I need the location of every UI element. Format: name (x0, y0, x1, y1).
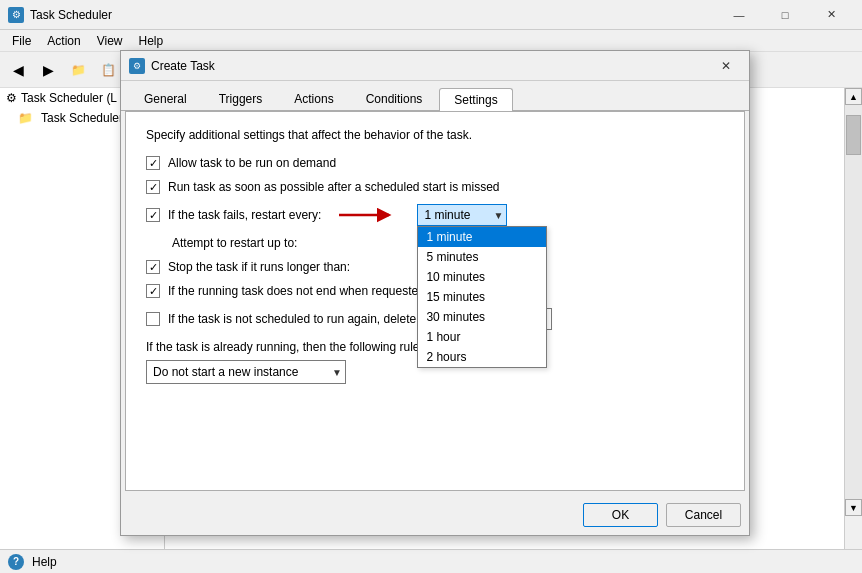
option-1-hour[interactable]: 1 hour (418, 327, 546, 347)
tab-conditions[interactable]: Conditions (351, 87, 438, 110)
outer-window: ⚙ Task Scheduler — □ ✕ File Action View … (0, 0, 862, 573)
app-title: Task Scheduler (30, 8, 716, 22)
running-rule-arrow: ▼ (332, 367, 342, 378)
running-rule-dropdown[interactable]: Do not start a new instance ▼ (146, 360, 346, 384)
dialog-tabs: General Triggers Actions Conditions Sett… (121, 81, 749, 111)
run-missed-row: Run task as soon as possible after a sch… (146, 180, 724, 194)
app-titlebar: ⚙ Task Scheduler — □ ✕ (0, 0, 862, 30)
option-5-minutes[interactable]: 5 minutes (418, 247, 546, 267)
menu-file[interactable]: File (4, 32, 39, 50)
right-scrollbar: ▲ ▼ ▶ (844, 88, 862, 573)
restart-interval-value: 1 minute (424, 208, 470, 222)
tree-icon-root: ⚙ (6, 91, 17, 105)
stop-if-longer-checkbox[interactable] (146, 260, 160, 274)
ok-button[interactable]: OK (583, 503, 658, 527)
allow-on-demand-row: Allow task to be run on demand (146, 156, 724, 170)
menu-action[interactable]: Action (39, 32, 88, 50)
delete-if-not-scheduled-checkbox[interactable] (146, 312, 160, 326)
scroll-up-arrow[interactable]: ▲ (845, 88, 862, 105)
option-15-minutes[interactable]: 15 minutes (418, 287, 546, 307)
red-arrow-svg (337, 206, 397, 224)
tree-label-child: Task Scheduler (41, 111, 123, 125)
back-button[interactable]: ◀ (4, 56, 32, 84)
window-controls: — □ ✕ (716, 0, 854, 30)
delete-if-not-scheduled-label: If the task is not scheduled to run agai… (168, 312, 456, 326)
option-30-minutes[interactable]: 30 minutes (418, 307, 546, 327)
app-icon: ⚙ (8, 7, 24, 23)
allow-on-demand-checkbox[interactable] (146, 156, 160, 170)
tab-settings[interactable]: Settings (439, 88, 512, 111)
allow-on-demand-label: Allow task to be run on demand (168, 156, 336, 170)
menubar: File Action View Help (0, 30, 862, 52)
open-button[interactable]: 📁 (64, 56, 92, 84)
restart-if-fails-label: If the task fails, restart every: (168, 208, 321, 222)
settings-description: Specify additional settings that affect … (146, 128, 724, 142)
create-task-dialog: ⚙ Create Task ✕ General Triggers Actions… (120, 50, 750, 536)
dialog-footer: OK Cancel (121, 495, 749, 535)
stop-if-longer-label: Stop the task if it runs longer than: (168, 260, 350, 274)
force-stop-checkbox[interactable] (146, 284, 160, 298)
option-1-minute[interactable]: 1 minute (418, 227, 546, 247)
maximize-button[interactable]: □ (762, 0, 808, 30)
scroll-track (845, 105, 862, 499)
running-rule-selected: Do not start a new instance (153, 365, 298, 379)
tree-icon-child: 📁 (18, 111, 33, 125)
help-text: Help (32, 555, 57, 569)
statusbar: ? Help (0, 549, 862, 573)
dialog-content: Specify additional settings that affect … (125, 111, 745, 491)
dialog-titlebar: ⚙ Create Task ✕ (121, 51, 749, 81)
scroll-down-arrow[interactable]: ▼ (845, 499, 862, 516)
paste-button[interactable]: 📋 (94, 56, 122, 84)
scroll-thumb[interactable] (846, 115, 861, 155)
menu-view[interactable]: View (89, 32, 131, 50)
tab-general[interactable]: General (129, 87, 202, 110)
restart-if-fails-row: If the task fails, restart every: (146, 204, 724, 226)
tab-actions[interactable]: Actions (279, 87, 348, 110)
dialog-title: Create Task (151, 59, 711, 73)
dropdown-arrow-indicator (337, 206, 397, 224)
menu-help[interactable]: Help (131, 32, 172, 50)
tab-triggers[interactable]: Triggers (204, 87, 278, 110)
dialog-app-icon: ⚙ (129, 58, 145, 74)
restart-interval-dropdown-container: 1 minute ▼ 1 minute 5 minutes 10 minutes… (417, 204, 507, 226)
run-missed-checkbox[interactable] (146, 180, 160, 194)
tree-label-root: Task Scheduler (L (21, 91, 117, 105)
restart-interval-list: 1 minute 5 minutes 10 minutes 15 minutes… (417, 226, 547, 368)
restart-interval-selected[interactable]: 1 minute ▼ (417, 204, 507, 226)
run-missed-label: Run task as soon as possible after a sch… (168, 180, 500, 194)
help-icon: ? (8, 554, 24, 570)
restart-interval-arrow: ▼ (493, 210, 503, 221)
cancel-button[interactable]: Cancel (666, 503, 741, 527)
attempt-restart-label: Attempt to restart up to: (172, 236, 297, 250)
close-app-button[interactable]: ✕ (808, 0, 854, 30)
option-2-hours[interactable]: 2 hours (418, 347, 546, 367)
minimize-button[interactable]: — (716, 0, 762, 30)
dialog-close-button[interactable]: ✕ (711, 54, 741, 78)
restart-if-fails-checkbox[interactable] (146, 208, 160, 222)
forward-button[interactable]: ▶ (34, 56, 62, 84)
option-10-minutes[interactable]: 10 minutes (418, 267, 546, 287)
